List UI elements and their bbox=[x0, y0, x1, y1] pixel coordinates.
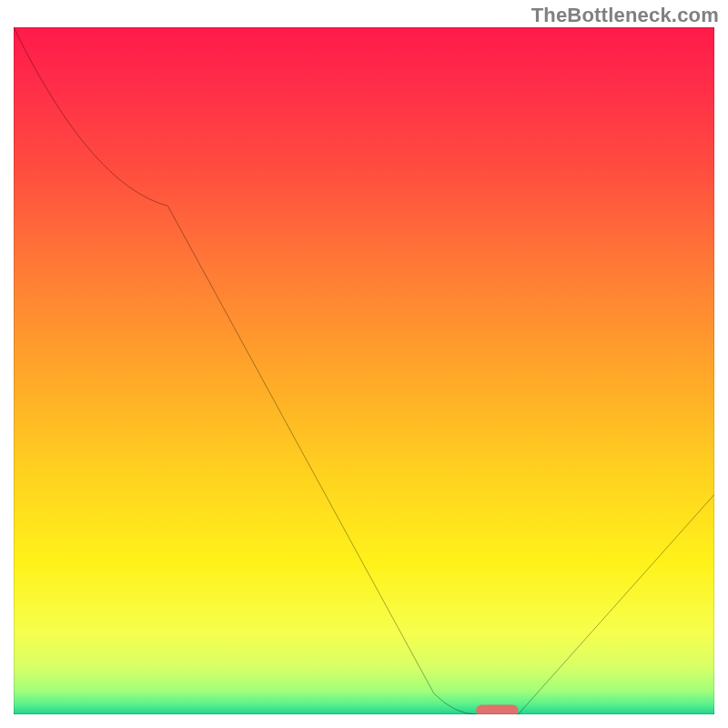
chart-svg bbox=[14, 27, 714, 714]
watermark-label: TheBottleneck.com bbox=[531, 4, 719, 27]
gradient-fill bbox=[14, 27, 714, 714]
chart-container: TheBottleneck.com bbox=[0, 0, 728, 728]
plot-area bbox=[14, 27, 714, 714]
optimal-range-marker bbox=[476, 704, 518, 714]
